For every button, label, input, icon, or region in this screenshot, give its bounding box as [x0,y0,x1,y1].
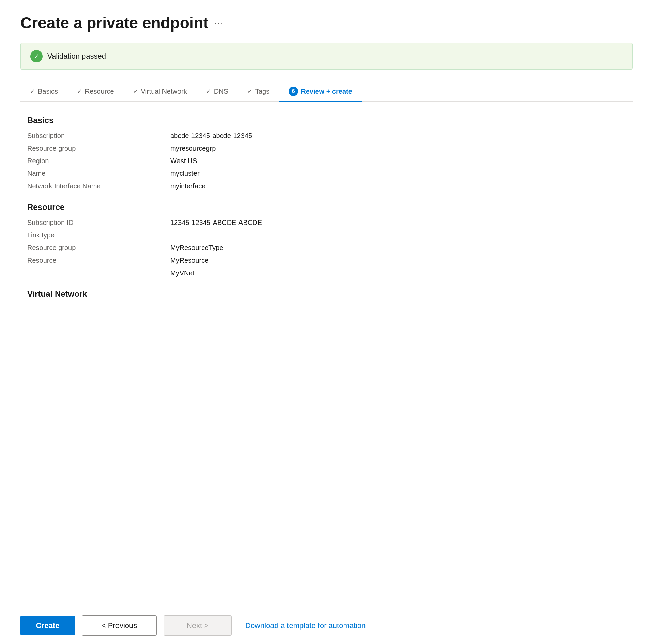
field-name: Name mycluster [27,170,626,178]
ellipsis-menu-icon[interactable]: ··· [214,17,224,28]
tab-check-dns: ✓ [206,88,211,95]
field-region: Region West US [27,157,626,165]
field-resource-group-resource: Resource group MyResourceType [27,244,626,252]
field-value-network-interface-name: myinterface [170,182,205,190]
resource-section-title: Resource [27,202,626,212]
field-label-subscription: Subscription [27,132,170,140]
field-value-resource: MyResource [170,257,208,264]
download-template-link[interactable]: Download a template for automation [245,621,366,630]
tab-check-resource: ✓ [77,88,82,95]
virtual-network-section: Virtual Network [27,289,626,299]
next-button: Next > [164,615,232,636]
tab-check-basics: ✓ [30,88,35,95]
previous-button[interactable]: < Previous [82,615,157,636]
field-value-subscription-id: 12345-12345-ABCDE-ABCDE [170,219,262,227]
field-link-type: Link type [27,231,626,239]
validation-text: Validation passed [47,52,106,61]
field-value-subscription: abcde-12345-abcde-12345 [170,132,252,140]
tabs-bar: ✓ Basics ✓ Resource ✓ Virtual Network ✓ … [20,82,633,102]
field-label-resource: Resource [27,257,170,264]
field-label-link-type: Link type [27,231,170,239]
field-value-vnet-resource: MyVNet [170,269,195,277]
field-network-interface-name: Network Interface Name myinterface [27,182,626,190]
field-subscription-id: Subscription ID 12345-12345-ABCDE-ABCDE [27,219,626,227]
page-header: Create a private endpoint ··· [20,14,633,32]
create-button[interactable]: Create [20,616,75,635]
field-value-resource-group-resource: MyResourceType [170,244,223,252]
field-resource: Resource MyResource [27,257,626,264]
field-value-resource-group-basics: myresourcegrp [170,144,216,152]
field-label-resource-group-resource: Resource group [27,244,170,252]
field-vnet-resource: MyVNet [27,269,626,277]
virtual-network-section-title: Virtual Network [27,289,626,299]
field-label-region: Region [27,157,170,165]
tab-resource[interactable]: ✓ Resource [67,83,124,101]
basics-section-title: Basics [27,116,626,125]
tab-tags-label: Tags [255,88,269,95]
field-label-name: Name [27,170,170,178]
tab-badge-review-create: 6 [289,87,298,96]
resource-section: Resource Subscription ID 12345-12345-ABC… [27,202,626,277]
field-subscription: Subscription abcde-12345-abcde-12345 [27,132,626,140]
field-value-name: mycluster [170,170,200,178]
tab-basics[interactable]: ✓ Basics [20,83,67,101]
tab-virtual-network-label: Virtual Network [141,88,187,95]
validation-banner: ✓ Validation passed [20,43,633,70]
content-area: Basics Subscription abcde-12345-abcde-12… [20,116,633,299]
basics-section: Basics Subscription abcde-12345-abcde-12… [27,116,626,190]
field-label-subscription-id: Subscription ID [27,219,170,227]
tab-review-create-label: Review + create [301,88,352,95]
field-resource-group-basics: Resource group myresourcegrp [27,144,626,152]
tab-dns[interactable]: ✓ DNS [197,83,238,101]
tab-basics-label: Basics [38,88,58,95]
tab-virtual-network[interactable]: ✓ Virtual Network [124,83,197,101]
tab-tags[interactable]: ✓ Tags [238,83,279,101]
tab-check-virtual-network: ✓ [133,88,138,95]
tab-review-create[interactable]: 6 Review + create [279,82,362,102]
tab-resource-label: Resource [85,88,114,95]
tab-dns-label: DNS [214,88,228,95]
tab-check-tags: ✓ [247,88,252,95]
field-label-network-interface-name: Network Interface Name [27,182,170,190]
page-title: Create a private endpoint [20,14,208,32]
validation-check-icon: ✓ [30,50,43,62]
footer: Create < Previous Next > Download a temp… [0,607,653,644]
field-label-resource-group-basics: Resource group [27,144,170,152]
field-value-region: West US [170,157,197,165]
